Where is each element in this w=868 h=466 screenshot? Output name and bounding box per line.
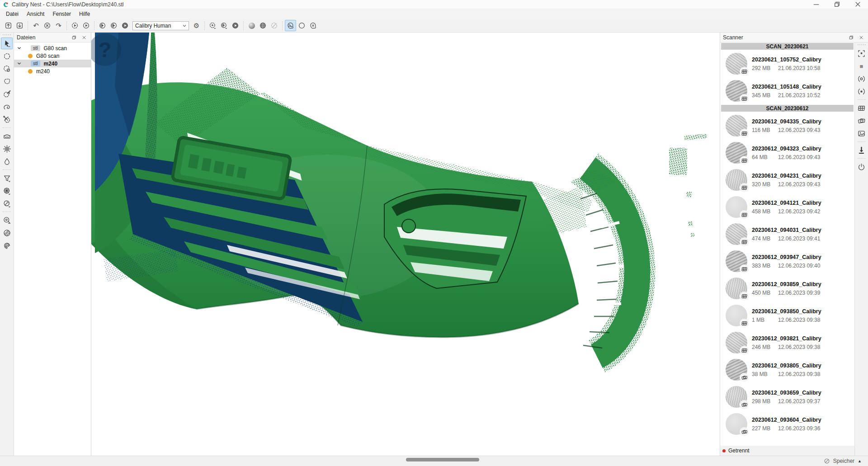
smooth-tool[interactable] (1, 155, 13, 167)
cut-tool[interactable] (1, 113, 13, 125)
scan-entry[interactable]: 20230612_094335_Calibry 116 MB 12.06.202… (720, 112, 854, 139)
settings-button[interactable]: ⚙ (191, 20, 202, 31)
cancel-button[interactable] (42, 20, 53, 31)
scan-entry[interactable]: 20230612_093659_Calibry 298 MB 12.06.202… (720, 383, 854, 410)
optimize-mesh-tool[interactable] (1, 198, 13, 209)
frames-button[interactable] (856, 115, 868, 127)
chevron-down-icon[interactable] (17, 46, 23, 50)
scan-entry[interactable]: 20230612_093947_Calibry 383 MB 12.06.202… (720, 248, 854, 275)
freeform-select-tool[interactable] (1, 75, 13, 87)
viewport-3d[interactable]: ? (91, 33, 720, 456)
scanner-panel: Scanner SCAN_20230621 (720, 33, 868, 456)
fill-holes-tool[interactable] (1, 143, 13, 155)
float-panel-button[interactable] (70, 33, 78, 42)
horizontal-scrollbar[interactable] (406, 458, 479, 461)
scan-entry[interactable]: 20230612_093850_Calibry 1 MB 12.06.2023 … (720, 302, 854, 329)
scan-profile-select[interactable]: Calibry Human (132, 21, 189, 30)
registration-tool[interactable] (1, 240, 13, 251)
scan-entry[interactable]: 20230612_094231_Calibry 320 MB 12.06.202… (720, 166, 854, 193)
filter-tool[interactable] (1, 172, 13, 184)
start-scan-button[interactable] (80, 20, 92, 31)
scan-type-icon (740, 400, 749, 409)
power-button[interactable] (856, 161, 868, 173)
menu-ansicht[interactable]: Ansicht (23, 10, 48, 18)
lasso-tool[interactable] (1, 101, 13, 113)
scan-type-icon (740, 210, 749, 219)
mesh-select-mode-button[interactable] (285, 20, 296, 31)
scan-entry[interactable]: 20230612_093604_Calibry 227 MB 12.06.202… (720, 410, 854, 438)
scan-type-icon (740, 183, 749, 192)
scan-type-icon (740, 264, 749, 273)
menu-datei[interactable]: Datei (2, 10, 23, 18)
rail-grip[interactable] (858, 44, 866, 45)
float-panel-button[interactable] (847, 33, 855, 42)
mesh-preview-button[interactable] (856, 102, 868, 114)
menu-fenster[interactable]: Fenster (48, 10, 75, 18)
tree-row-g80-scan[interactable]: G80 scan (14, 52, 91, 60)
shaded-view-button[interactable] (246, 20, 257, 31)
scan-type-icon (740, 129, 749, 138)
magic-wand-tool[interactable] (1, 88, 13, 100)
tree-row-m240-stl[interactable]: stl m240 (14, 60, 91, 67)
scan-name: 20230612_093850_Calibry (752, 308, 821, 315)
open-file-button[interactable] (3, 20, 14, 31)
scan-entry[interactable]: 20230612_093821_Calibry 246 MB 12.06.202… (720, 329, 854, 356)
scan-size: 345 MB (752, 92, 778, 99)
stop-button[interactable]: ■ (856, 60, 868, 72)
select-tool[interactable] (1, 38, 13, 49)
scan-type-icon (740, 346, 749, 355)
scan-entry[interactable]: 20230621_105752_Calibry 292 MB 21.06.202… (720, 50, 854, 77)
scan-thumbnail (726, 53, 747, 75)
focus-scan-button[interactable] (856, 47, 868, 59)
align-scan-button[interactable] (218, 20, 230, 31)
textured-view-button[interactable] (257, 20, 269, 31)
tree-row-m240-scan[interactable]: m240 (14, 67, 91, 75)
scan-entry[interactable]: 20230612_094031_Calibry 474 MB 12.06.202… (720, 221, 854, 248)
files-panel-title: Dateien (17, 34, 35, 41)
scan-entry[interactable]: 20230612_093805_Calibry 38 MB 12.06.2023… (720, 356, 854, 383)
close-window-button[interactable] (847, 0, 868, 9)
scan-size: 1 MB (752, 317, 778, 323)
minimize-button[interactable] (806, 0, 826, 9)
scan-name: 20230612_094031_Calibry (752, 227, 821, 233)
close-panel-button[interactable] (857, 33, 865, 42)
scan-entry[interactable]: 20230621_105148_Calibry 345 MB 21.06.202… (720, 77, 854, 104)
marker-record-button[interactable] (856, 85, 868, 97)
circle-select-tool[interactable] (1, 50, 13, 62)
save-file-button[interactable] (14, 20, 25, 31)
rail-grip[interactable] (3, 34, 11, 35)
align-run-button[interactable] (230, 20, 241, 31)
circle-select-mode-button[interactable] (296, 20, 307, 31)
restore-button[interactable] (826, 0, 847, 9)
redo-button[interactable]: ↷ (53, 20, 64, 31)
simplify-mesh-tool[interactable] (1, 185, 13, 197)
download-button[interactable] (856, 144, 868, 156)
photo-button[interactable] (856, 127, 868, 139)
process-all-button[interactable] (108, 20, 119, 31)
circle-brush-select-tool[interactable] (1, 63, 13, 75)
scan-date: 12.06.2023 09:42 (778, 208, 820, 215)
close-panel-button[interactable] (80, 33, 88, 42)
rail-separator (3, 127, 11, 128)
finalize-button[interactable] (119, 20, 131, 31)
scan-date: 12.06.2023 09:40 (778, 263, 820, 269)
scan-entry[interactable]: 20230612_093859_Calibry 450 MB 12.06.202… (720, 275, 854, 302)
process-scan-button[interactable] (97, 20, 108, 31)
deselect-mode-button[interactable] (307, 20, 319, 31)
scan-entry[interactable]: 20230612_094121_Calibry 458 MB 12.06.202… (720, 193, 854, 221)
scan-thumbnail (726, 413, 747, 435)
undo-button[interactable]: ↶ (30, 20, 42, 31)
chevron-down-icon[interactable] (17, 61, 23, 66)
measure-tool[interactable] (1, 214, 13, 226)
bridge-tool[interactable] (1, 130, 13, 142)
menu-hilfe[interactable]: Hilfe (75, 10, 94, 18)
texture-sphere-tool[interactable] (1, 227, 13, 239)
scan-entry[interactable]: 20230612_094323_Calibry 64 MB 12.06.2023… (720, 139, 854, 166)
tree-item-label: G80 scan (44, 45, 67, 52)
start-preview-button[interactable] (69, 20, 80, 31)
marker-mode-button[interactable] (856, 73, 868, 85)
no-texture-view-button[interactable] (269, 20, 280, 31)
align-preview-button[interactable] (207, 20, 218, 31)
caret-up-icon[interactable]: ▲ (858, 459, 862, 463)
tree-row-g80-stl[interactable]: stl G80 scan (14, 44, 91, 52)
